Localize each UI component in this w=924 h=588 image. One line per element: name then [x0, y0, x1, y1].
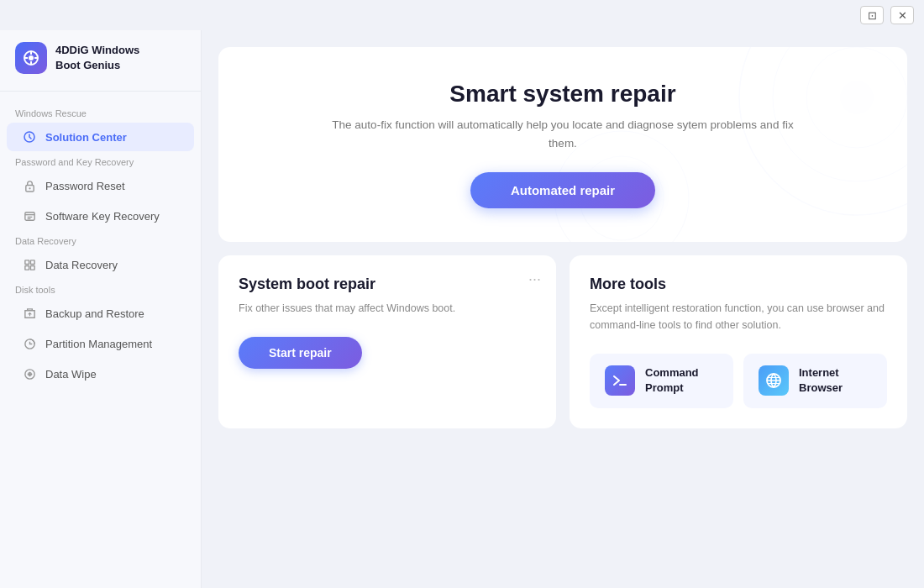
sidebar: 4DDiG Windows Boot Genius Windows Rescue…: [0, 30, 202, 588]
card-menu-button[interactable]: ···: [528, 270, 541, 288]
svg-rect-9: [30, 265, 34, 270]
section-label-data-recovery: Data Recovery: [0, 231, 201, 249]
data-recovery-icon: [22, 257, 37, 272]
start-repair-button[interactable]: Start repair: [239, 337, 362, 369]
hero-title: Smart system repair: [449, 81, 675, 108]
svg-point-14: [773, 47, 907, 181]
logo-icon: [15, 42, 47, 74]
boot-repair-title: System boot repair: [239, 276, 536, 293]
sidebar-item-solution-center[interactable]: Solution Center: [7, 123, 194, 151]
restore-button[interactable]: ⊡: [860, 6, 884, 24]
terminal-icon: [605, 365, 635, 396]
hero-card: Smart system repair The auto-fix functio…: [218, 47, 907, 242]
sidebar-item-partition-management[interactable]: Partition Management: [7, 329, 194, 358]
boot-repair-card: ··· System boot repair Fix other issues …: [218, 255, 556, 428]
title-bar: ⊡ ✕: [0, 0, 924, 30]
more-tools-title: More tools: [590, 276, 887, 293]
hero-subtitle: The auto-fix function will automatically…: [328, 116, 798, 152]
svg-point-4: [29, 187, 30, 189]
globe-icon: [759, 365, 789, 396]
more-tools-card: More tools Except intelligent restoratio…: [570, 255, 907, 428]
solution-center-icon: [22, 129, 37, 144]
sidebar-item-label: Data Wipe: [45, 368, 97, 381]
svg-point-15: [806, 47, 907, 148]
svg-point-16: [840, 81, 874, 114]
more-tools-desc: Except intelligent restoration function,…: [590, 300, 887, 333]
app-logo: 4DDiG Windows Boot Genius: [0, 42, 201, 92]
sidebar-item-label: Backup and Restore: [45, 307, 144, 320]
sidebar-item-software-key-recovery[interactable]: Software Key Recovery: [7, 202, 194, 230]
internet-browser-label: InternetBrowser: [799, 365, 843, 396]
sidebar-item-data-recovery[interactable]: Data Recovery: [7, 250, 194, 279]
command-prompt-tool[interactable]: CommandPrompt: [590, 354, 733, 407]
sidebar-item-data-wipe[interactable]: Data Wipe: [7, 360, 194, 388]
logo-text: 4DDiG Windows Boot Genius: [55, 43, 139, 73]
command-prompt-label: CommandPrompt: [645, 365, 699, 396]
section-label-password: Password and Key Recovery: [0, 152, 201, 171]
svg-rect-7: [30, 260, 34, 264]
boot-repair-desc: Fix other issues that may affect Windows…: [239, 300, 536, 317]
sidebar-item-backup-restore[interactable]: Backup and Restore: [7, 299, 194, 328]
sidebar-item-label: Password Reset: [45, 180, 125, 192]
app-container: 4DDiG Windows Boot Genius Windows Rescue…: [0, 30, 924, 588]
close-button[interactable]: ✕: [890, 6, 914, 24]
internet-browser-tool[interactable]: InternetBrowser: [743, 354, 887, 407]
sidebar-item-password-reset[interactable]: Password Reset: [7, 171, 194, 200]
software-key-icon: [22, 208, 37, 223]
backup-restore-icon: [22, 306, 37, 321]
sidebar-item-label: Software Key Recovery: [45, 210, 160, 223]
sidebar-item-label: Solution Center: [45, 131, 127, 144]
sidebar-item-label: Partition Management: [45, 338, 152, 350]
section-label-disk-tools: Disk tools: [0, 280, 201, 298]
svg-rect-8: [24, 265, 29, 270]
svg-rect-6: [24, 260, 29, 264]
automated-repair-button[interactable]: Automated repair: [470, 172, 655, 208]
svg-point-1: [29, 55, 34, 60]
partition-icon: [22, 336, 37, 351]
sidebar-item-label: Data Recovery: [45, 259, 118, 271]
password-reset-icon: [22, 178, 37, 193]
main-content: Smart system repair The auto-fix functio…: [202, 30, 924, 588]
data-wipe-icon: [22, 366, 37, 381]
tools-grid: CommandPrompt InternetBro: [590, 354, 887, 407]
section-label-windows-rescue: Windows Rescue: [0, 103, 201, 122]
bottom-row: ··· System boot repair Fix other issues …: [218, 255, 907, 428]
